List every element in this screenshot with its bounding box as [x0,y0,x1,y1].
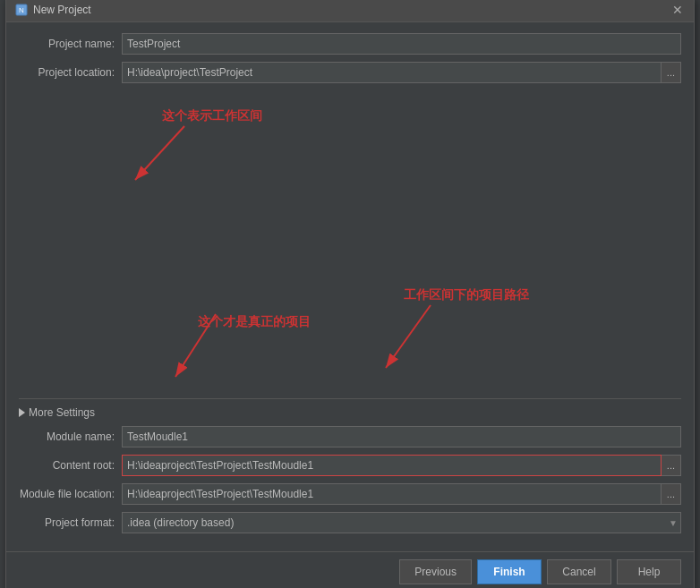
module-name-label: Module name: [19,430,122,443]
content-root-row: Content root: ... [19,455,681,476]
module-file-location-input[interactable] [122,483,662,505]
module-file-location-input-group: ... [122,483,681,505]
svg-line-7 [386,305,431,368]
help-button[interactable]: Help [617,559,681,584]
content-root-browse-button[interactable]: ... [662,455,681,476]
path-annotation: 工作区间下的项目路径 [404,287,529,303]
title-bar: N New Project ✕ [6,0,694,22]
project-location-input-group: ... [122,62,681,83]
dialog-content: Project name: Project location: ... 这个表示… [6,22,694,551]
module-name-row: Module name: [19,426,681,447]
title-bar-left: N New Project [15,4,91,16]
workspace-annotation: 这个表示工作区间 [162,108,262,124]
more-settings-label: More Settings [29,406,95,419]
project-name-row: Project name: [19,33,681,55]
new-project-icon: N [15,4,28,16]
dialog-footer: Previous Finish Cancel Help [6,551,694,588]
module-file-location-row: Module file location: ... [19,483,681,505]
previous-button[interactable]: Previous [399,559,472,584]
project-location-browse-button[interactable]: ... [662,62,681,83]
project-location-row: Project location: ... [19,62,681,83]
content-root-input[interactable] [122,455,662,476]
expand-triangle-icon [19,408,25,417]
project-location-input[interactable] [122,62,662,83]
module-name-input[interactable] [122,426,681,447]
annotation-area: 这个表示工作区间 这个才是真正的项目 [19,90,681,395]
project-name-input[interactable] [122,33,681,55]
new-project-dialog: N New Project ✕ Project name: Project lo… [5,0,695,588]
dialog-title: New Project [33,4,91,16]
more-settings-header[interactable]: More Settings [19,406,681,419]
project-location-label: Project location: [19,66,122,79]
project-format-select[interactable]: .idea (directory based) [122,512,681,533]
project-annotation: 这个才是真正的项目 [198,314,311,330]
close-button[interactable]: ✕ [670,4,685,16]
project-name-label: Project name: [19,38,122,50]
finish-button[interactable]: Finish [477,559,542,584]
project-arrow [19,269,305,404]
svg-line-3 [135,126,184,180]
project-format-select-wrapper: .idea (directory based) ▼ [122,512,681,533]
more-settings-section: More Settings Module name: Content root:… [19,398,681,533]
content-root-input-group: ... [122,455,681,476]
module-file-location-label: Module file location: [19,488,122,500]
cancel-button[interactable]: Cancel [547,559,611,584]
project-format-label: Project format: [19,516,122,529]
svg-text:N: N [19,6,24,14]
project-format-row: Project format: .idea (directory based) … [19,512,681,533]
module-file-location-browse-button[interactable]: ... [662,483,681,505]
content-root-label: Content root: [19,459,122,472]
